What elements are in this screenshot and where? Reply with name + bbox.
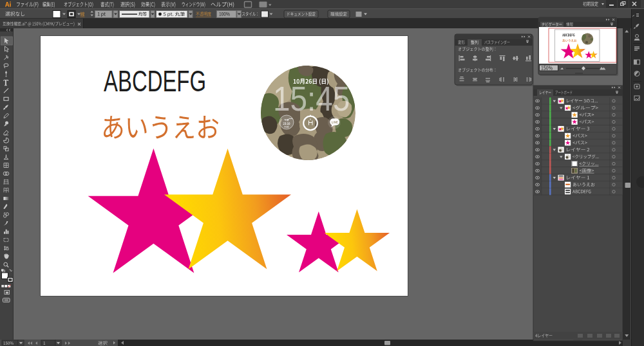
svg-text:15:45: 15:45 [273,79,350,118]
svg-text:ABCDEFG: ABCDEFG [104,64,206,98]
